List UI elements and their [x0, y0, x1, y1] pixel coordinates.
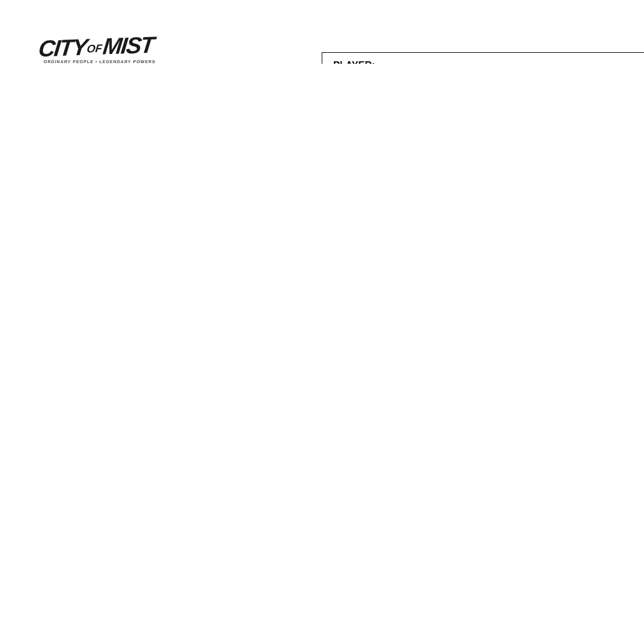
logo-of: OF: [86, 42, 103, 55]
player-label: PLAYER:: [333, 60, 375, 64]
character-sheet: CITYOFMIST ORDINARY PEOPLE • LEGENDARY P…: [0, 0, 644, 64]
logo-left: CITY: [37, 35, 87, 62]
logo-right: MIST: [101, 32, 155, 59]
player-field[interactable]: PLAYER:: [322, 52, 644, 64]
